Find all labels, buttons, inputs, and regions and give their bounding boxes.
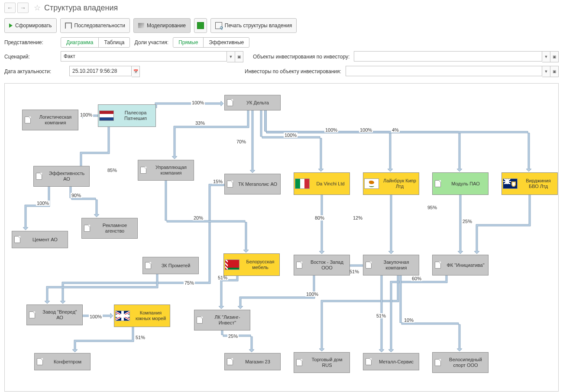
node-label: Вирджиния БВО Лтд xyxy=(519,177,557,190)
node-magazin[interactable]: Магазин 23 xyxy=(224,353,281,370)
flag-cy-icon xyxy=(364,178,379,189)
node-label: Логистическая компания xyxy=(33,113,78,126)
node-mgmt[interactable]: Управляющая компания xyxy=(138,160,194,181)
node-label: Палесора Патнешип xyxy=(116,109,155,122)
print-button[interactable]: Печать структуры владения xyxy=(210,18,297,33)
node-cement[interactable]: Цемент АО xyxy=(12,231,68,248)
print-label: Печать структуры владения xyxy=(225,23,292,29)
document-icon xyxy=(225,181,235,188)
share-label: Доли участия: xyxy=(134,39,168,45)
node-megapolis[interactable]: ТК Мегаполис АО xyxy=(224,174,281,194)
view-toggle[interactable]: Диаграмма Таблица xyxy=(61,37,130,48)
edge-linebrook-zakup xyxy=(388,194,394,254)
inv-by-obj-label: Инвесторы по объекту инвестирования: xyxy=(245,68,341,75)
node-vpered[interactable]: Завод "Вперед" АО xyxy=(26,305,83,325)
node-logistics[interactable]: Логистическая компания xyxy=(22,110,78,130)
obj-by-inv-dropdown-button[interactable]: ▼ xyxy=(542,51,550,62)
node-label: ФК "Инициатива" xyxy=(443,262,488,269)
node-label: Da Vinchi Ltd xyxy=(311,180,349,188)
flag-uk-icon xyxy=(115,311,130,321)
ownership-diagram-canvas[interactable]: 100%100%33%70%100%100%100%4%85%100%90%15… xyxy=(4,83,559,392)
nav-forward-button[interactable]: → xyxy=(17,3,29,13)
node-southseas[interactable]: Компания южных морей xyxy=(114,305,170,327)
document-icon xyxy=(433,359,443,366)
date-picker-button[interactable]: 📅 xyxy=(132,66,140,77)
scenario-input[interactable]: Факт xyxy=(61,51,227,62)
node-zkprom[interactable]: ЗК Прометей xyxy=(142,257,199,274)
node-label: Модуль ПАО xyxy=(443,180,488,188)
document-icon xyxy=(225,99,235,106)
scenario-open-button[interactable]: ▣ xyxy=(235,51,243,62)
node-torgdom[interactable]: Торговый дом RUS xyxy=(294,352,350,373)
node-vostok[interactable]: Восток - Запад ООО xyxy=(294,255,350,275)
edge-label-mgmt-belmebel: 20% xyxy=(193,215,204,220)
node-konfet[interactable]: Конфетпром xyxy=(34,353,91,370)
node-velo[interactable]: Велосипедный спорт ООО xyxy=(432,352,489,373)
edge-label-ukdelta-linebrook: 100% xyxy=(324,127,338,133)
node-label: Завод "Вперед" АО xyxy=(37,308,82,321)
edge-ukdelta-mgmt xyxy=(172,110,249,159)
node-label: Конфетпром xyxy=(45,358,90,366)
edge-ukdelta-megapolis xyxy=(250,110,255,173)
edge-label-ukdelta-modul: 100% xyxy=(359,127,373,133)
node-label: ТК Мегаполис АО xyxy=(235,181,280,188)
edge-ukdelta-bvi xyxy=(265,110,531,172)
edge-palesora-ukdelta xyxy=(155,101,223,108)
model-button[interactable]: Моделирование xyxy=(133,18,191,33)
obj-by-inv-open-button[interactable]: ▣ xyxy=(550,51,559,62)
green-action-button[interactable] xyxy=(194,18,207,33)
edge-label-vostok-torgdom: 51% xyxy=(349,269,360,274)
node-label: Компания южных морей xyxy=(132,309,170,322)
scenario-label: Сценарий: xyxy=(4,54,56,60)
node-label: Цемент АО xyxy=(23,236,68,243)
node-modul[interactable]: Модуль ПАО xyxy=(432,172,489,195)
node-effect[interactable]: Эффективность АО xyxy=(33,166,90,187)
share-direct-option[interactable]: Прямые xyxy=(173,38,204,47)
edge-zakup-velo xyxy=(400,275,462,351)
favorite-star-icon[interactable]: ☆ xyxy=(34,3,41,13)
inv-by-obj-input[interactable] xyxy=(346,66,542,76)
node-bvi[interactable]: Вирджиния БВО Лтд xyxy=(502,172,558,195)
view-diagram-option[interactable]: Диаграмма xyxy=(61,38,99,47)
edge-label-vpered-southseas: 100% xyxy=(89,314,103,319)
run-button[interactable]: Сформировать xyxy=(4,18,57,33)
sequence-icon xyxy=(65,23,72,29)
share-toggle[interactable]: Прямые Эффективные xyxy=(173,37,249,48)
node-adagency[interactable]: Рекламное агенство xyxy=(81,218,138,239)
green-square-icon xyxy=(197,22,204,29)
inv-by-obj-dropdown-button[interactable]: ▼ xyxy=(542,66,550,77)
share-effective-option[interactable]: Эффективные xyxy=(204,38,249,47)
node-lizing[interactable]: ЛК "Лизинг-Инвест" xyxy=(194,310,250,330)
node-belmebel[interactable]: Белорусская мебель xyxy=(223,253,280,276)
edge-label-vostok-lizing: 100% xyxy=(305,292,319,297)
node-ukdelta[interactable]: УК Дельта xyxy=(224,95,281,110)
document-icon xyxy=(433,180,443,187)
edge-zkprom-vpered xyxy=(45,273,158,304)
node-label: Управляющая компания xyxy=(149,164,194,176)
obj-by-inv-input[interactable] xyxy=(354,51,542,62)
edge-label-zakup-velo: 10% xyxy=(403,317,414,323)
node-palesora[interactable]: Палесора Патнешип xyxy=(98,104,156,127)
scenario-dropdown-button[interactable]: ▼ xyxy=(227,51,235,62)
node-davinci[interactable]: Da Vinchi Ltd xyxy=(294,172,350,195)
date-input[interactable]: 25.10.2017 9:56:28 xyxy=(69,66,132,76)
nav-back-button[interactable]: ← xyxy=(4,3,16,13)
edge-davinci-vostok xyxy=(319,194,324,254)
document-icon xyxy=(225,358,235,365)
document-icon xyxy=(138,167,149,174)
node-label: Лайнбрук Кипр Лтд xyxy=(381,177,419,190)
node-metall[interactable]: Металл-Сервис xyxy=(363,353,419,370)
model-label: Моделирование xyxy=(147,23,186,29)
sequence-button[interactable]: Последовательности xyxy=(60,18,130,33)
document-icon xyxy=(23,117,33,123)
node-fkinit[interactable]: ФК "Инициатива" xyxy=(432,255,489,275)
document-icon xyxy=(82,225,92,232)
view-table-option[interactable]: Таблица xyxy=(99,38,129,47)
edge-label-ukdelta-mgmt: 33% xyxy=(194,120,206,126)
inv-by-obj-open-button[interactable]: ▣ xyxy=(550,66,559,77)
node-zakup[interactable]: Закупочная компания xyxy=(363,255,419,275)
date-label: Дата актуальности: xyxy=(4,68,65,75)
sequence-label: Последовательности xyxy=(74,23,125,29)
node-linebrook[interactable]: Лайнбрук Кипр Лтд xyxy=(363,172,419,195)
edge-label-ukdelta-megapolis: 70% xyxy=(236,139,247,144)
